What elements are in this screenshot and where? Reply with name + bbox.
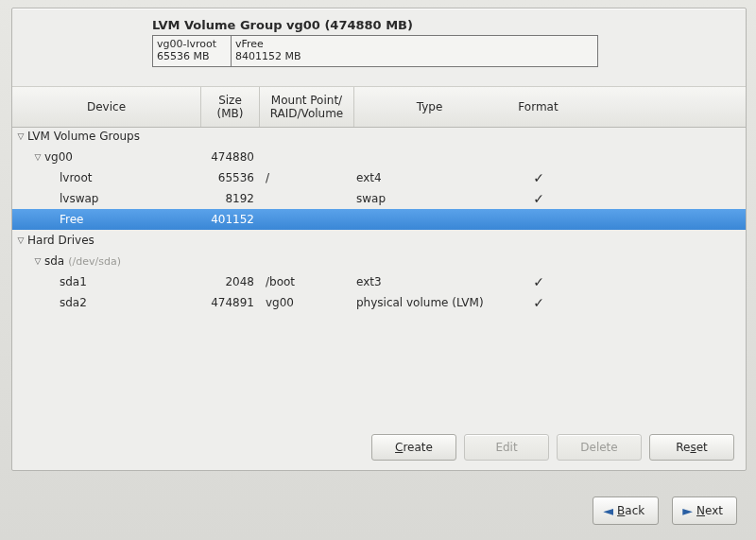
edit-button: Edit (464, 434, 549, 461)
table-body: ▽ LVM Volume Groups ▽ vg00 474880 lvroot… (12, 126, 746, 313)
col-mount[interactable]: Mount Point/ RAID/Volume (260, 87, 354, 127)
col-format[interactable]: Format (506, 87, 572, 127)
row-sda1[interactable]: sda1 2048 /boot ext3 ✓ (12, 271, 746, 292)
check-icon: ✓ (506, 295, 572, 310)
col-size[interactable]: Size (MB) (201, 87, 260, 127)
group-lvm[interactable]: ▽ LVM Volume Groups (12, 126, 746, 147)
row-lvroot[interactable]: lvroot 65536 / ext4 ✓ (12, 167, 746, 188)
chevron-down-icon[interactable]: ▽ (33, 152, 43, 162)
chevron-down-icon[interactable]: ▽ (16, 131, 26, 141)
arrow-left-icon: ◄ (603, 503, 613, 518)
create-button[interactable]: Create (371, 434, 456, 461)
chevron-down-icon[interactable]: ▽ (33, 256, 43, 266)
action-bar: Create Edit Delete Reset (371, 434, 734, 461)
nav-bar: ◄ Back ► Next (593, 496, 737, 525)
group-hard-drives[interactable]: ▽ Hard Drives (12, 230, 746, 251)
next-button[interactable]: ► Next (672, 496, 737, 525)
col-device[interactable]: Device (12, 87, 201, 127)
partition-panel: LVM Volume Group vg00 (474880 MB) vg00-l… (11, 8, 747, 471)
back-button[interactable]: ◄ Back (593, 496, 659, 525)
row-lvswap[interactable]: lvswap 8192 swap ✓ (12, 188, 746, 209)
vg-summary-box: vg00-lvroot 65536 MB vFree 8401152 MB (152, 35, 598, 67)
row-vg00[interactable]: ▽ vg00 474880 (12, 147, 746, 167)
col-type[interactable]: Type (354, 87, 506, 127)
reset-button[interactable]: Reset (649, 434, 734, 461)
vg-summary-title: LVM Volume Group vg00 (474880 MB) (152, 18, 413, 32)
vg-segment-free: vFree 8401152 MB (232, 36, 597, 66)
check-icon: ✓ (506, 274, 572, 289)
table-header: Device Size (MB) Mount Point/ RAID/Volum… (12, 86, 746, 128)
row-sda[interactable]: ▽ sda (/dev/sda) (12, 251, 746, 271)
arrow-right-icon: ► (682, 503, 693, 518)
delete-button: Delete (557, 434, 642, 461)
chevron-down-icon[interactable]: ▽ (16, 235, 26, 245)
row-sda2[interactable]: sda2 474891 vg00 physical volume (LVM) ✓ (12, 292, 746, 313)
row-free[interactable]: Free 401152 (12, 209, 746, 230)
vg-segment-lvroot: vg00-lvroot 65536 MB (153, 36, 232, 66)
check-icon: ✓ (506, 191, 572, 206)
check-icon: ✓ (506, 170, 572, 185)
